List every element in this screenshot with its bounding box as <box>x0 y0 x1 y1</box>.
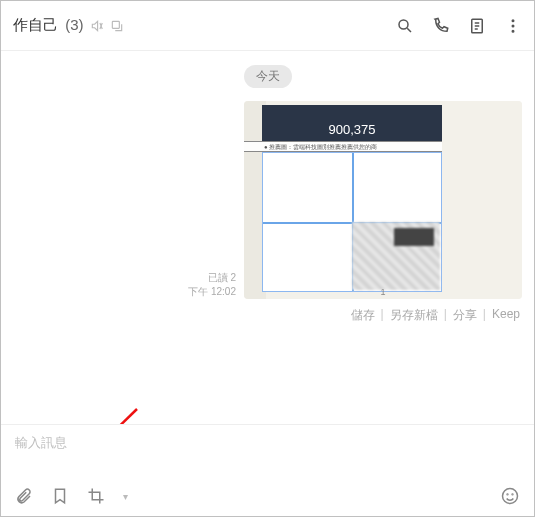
date-separator: 今天 <box>244 65 292 88</box>
action-save[interactable]: 儲存 <box>351 307 375 324</box>
chat-member-count: (3) <box>65 16 83 33</box>
svg-point-1 <box>399 20 408 29</box>
message-time: 下午 12:02 <box>188 285 236 299</box>
chat-title-text: 作自己 <box>13 16 58 33</box>
image-message[interactable]: 巧的幫手，提升使用者全方位生活體驗。 算具，或對 VLOG 中的異國特色美食好奇… <box>244 101 522 299</box>
svg-point-8 <box>507 494 508 495</box>
svg-point-9 <box>512 494 513 495</box>
message-actions: 儲存 | 另存新檔 | 分享 | Keep <box>351 307 520 324</box>
attach-icon[interactable] <box>15 487 33 505</box>
svg-point-3 <box>512 20 514 22</box>
action-keep[interactable]: Keep <box>492 307 520 324</box>
search-icon[interactable] <box>396 17 414 35</box>
emoji-icon[interactable] <box>500 486 520 506</box>
popout-icon[interactable] <box>110 19 124 33</box>
mute-icon[interactable] <box>90 19 104 33</box>
svg-rect-0 <box>112 21 119 28</box>
action-share[interactable]: 分享 <box>453 307 477 324</box>
svg-point-7 <box>503 489 518 504</box>
message-meta: 已讀 2 下午 12:02 <box>188 271 236 299</box>
annotation-arrow <box>55 403 145 424</box>
action-save-as[interactable]: 另存新檔 <box>390 307 438 324</box>
message-input[interactable] <box>15 435 520 450</box>
call-icon[interactable] <box>432 17 450 35</box>
svg-line-6 <box>63 409 137 424</box>
more-icon[interactable] <box>504 17 522 35</box>
bookmark-icon[interactable] <box>51 487 69 505</box>
read-status: 已讀 2 <box>188 271 236 285</box>
document-header-strip: ● 推薦圖：雲端科技圖別推薦推薦供您的商 <box>244 141 442 152</box>
crop-capture-icon[interactable] <box>87 487 105 505</box>
size-readout: 900,375 <box>262 117 442 141</box>
page-number: 1 <box>380 287 385 297</box>
selection-box <box>262 152 442 292</box>
svg-point-4 <box>512 25 514 27</box>
notes-icon[interactable] <box>468 17 486 35</box>
svg-point-5 <box>512 30 514 32</box>
dropdown-dot-icon[interactable]: ▾ <box>123 491 128 502</box>
chat-title: 作自己 (3) <box>13 16 84 35</box>
